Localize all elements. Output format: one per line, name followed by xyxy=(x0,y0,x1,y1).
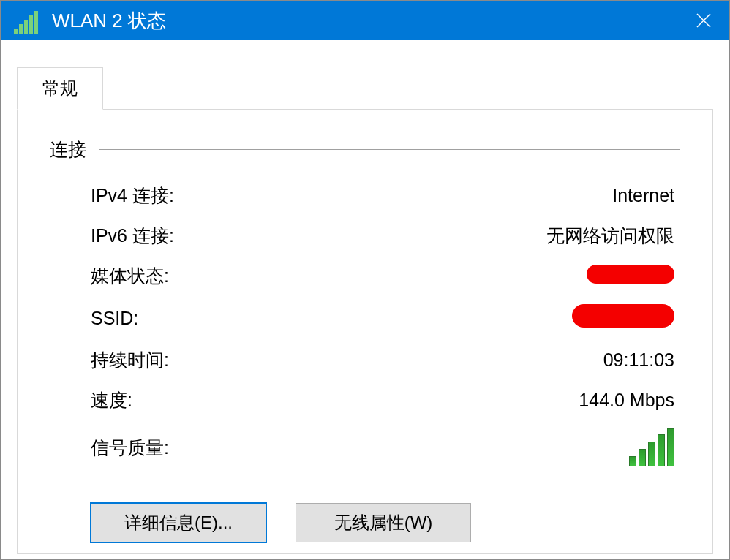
ssid-value xyxy=(572,304,674,332)
row-duration: 持续时间: 09:11:03 xyxy=(50,348,680,372)
wlan-status-window: WLAN 2 状态 常规 连接 IPv4 连接: Internet IPv6 连… xyxy=(0,0,730,560)
ssid-label: SSID: xyxy=(91,308,138,329)
ipv4-label: IPv4 连接: xyxy=(91,183,174,208)
redacted-mark xyxy=(587,265,674,284)
ipv6-value: 无网络访问权限 xyxy=(546,224,674,248)
group-connection-label: 连接 xyxy=(50,137,86,162)
speed-value: 144.0 Mbps xyxy=(579,390,674,411)
signal-quality-value xyxy=(629,428,674,466)
close-button[interactable] xyxy=(678,1,729,40)
signal-quality-label: 信号质量: xyxy=(91,436,169,460)
redacted-mark xyxy=(572,304,674,328)
wifi-signal-icon xyxy=(14,7,42,34)
row-ssid: SSID: xyxy=(50,304,680,332)
row-ipv4: IPv4 连接: Internet xyxy=(50,183,680,208)
window-title: WLAN 2 状态 xyxy=(52,8,678,34)
group-connection: 连接 xyxy=(50,137,680,162)
row-signal-quality: 信号质量: xyxy=(50,428,680,466)
details-button[interactable]: 详细信息(E)... xyxy=(91,503,266,542)
tab-strip: 常规 xyxy=(17,67,713,110)
group-divider xyxy=(99,149,680,150)
content-area: 常规 连接 IPv4 连接: Internet IPv6 连接: 无网络访问权限… xyxy=(1,40,729,559)
tab-general[interactable]: 常规 xyxy=(17,67,103,110)
signal-bars-icon xyxy=(629,428,674,466)
row-ipv6: IPv6 连接: 无网络访问权限 xyxy=(50,224,680,248)
titlebar: WLAN 2 状态 xyxy=(1,1,729,40)
duration-label: 持续时间: xyxy=(91,348,169,372)
ipv4-value: Internet xyxy=(612,185,674,206)
row-media-state: 媒体状态: xyxy=(50,264,680,288)
speed-label: 速度: xyxy=(91,388,132,412)
tab-panel-general: 连接 IPv4 连接: Internet IPv6 连接: 无网络访问权限 媒体… xyxy=(17,110,713,554)
media-state-value xyxy=(587,265,674,288)
duration-value: 09:11:03 xyxy=(603,349,674,371)
row-speed: 速度: 144.0 Mbps xyxy=(50,388,680,412)
close-icon xyxy=(696,12,712,29)
media-state-label: 媒体状态: xyxy=(91,264,169,288)
ipv6-label: IPv6 连接: xyxy=(91,224,174,248)
button-row: 详细信息(E)... 无线属性(W) xyxy=(50,483,680,542)
wireless-properties-button[interactable]: 无线属性(W) xyxy=(296,503,471,542)
